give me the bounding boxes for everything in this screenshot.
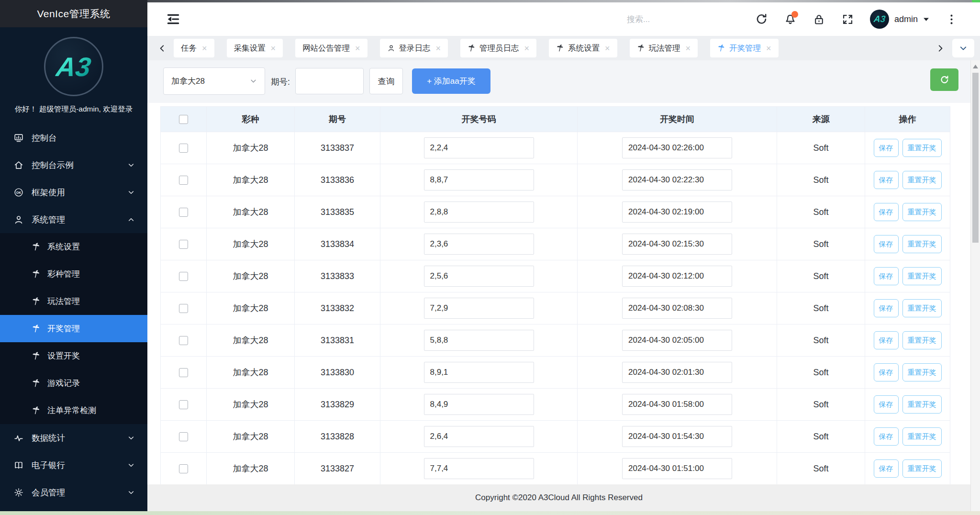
tab[interactable]: 玩法管理 × xyxy=(630,39,698,57)
reset-draw-button[interactable]: 重置开奖 xyxy=(902,331,942,349)
tab-close-icon[interactable]: × xyxy=(202,44,207,53)
row-checkbox[interactable] xyxy=(179,400,188,409)
row-checkbox[interactable] xyxy=(179,272,188,281)
tab-close-icon[interactable]: × xyxy=(605,44,610,53)
scrollbar-up-arrow-icon[interactable] xyxy=(973,65,978,68)
draw-numbers-input[interactable] xyxy=(424,298,534,319)
row-checkbox[interactable] xyxy=(179,240,188,249)
draw-numbers-input[interactable] xyxy=(424,169,534,190)
sidebar-menu-item[interactable]: 电子银行 xyxy=(0,451,147,479)
refresh-icon[interactable] xyxy=(755,13,768,26)
draw-time-input[interactable] xyxy=(622,330,732,351)
save-button[interactable]: 保存 xyxy=(874,427,899,446)
sidebar-submenu-item[interactable]: 玩法管理 xyxy=(0,288,147,315)
draw-numbers-input[interactable] xyxy=(424,234,534,255)
select-all-checkbox[interactable] xyxy=(179,115,188,124)
tab-close-icon[interactable]: × xyxy=(355,44,360,53)
row-checkbox[interactable] xyxy=(179,464,188,473)
search-input[interactable] xyxy=(626,12,724,27)
draw-numbers-input[interactable] xyxy=(424,330,534,351)
tab[interactable]: 系统设置 × xyxy=(549,39,617,57)
add-draw-button[interactable]: + 添加aa开奖 xyxy=(412,68,490,94)
period-input[interactable] xyxy=(295,68,364,94)
draw-numbers-input[interactable] xyxy=(424,458,534,479)
tab-close-icon[interactable]: × xyxy=(436,44,441,53)
sidebar-menu-item[interactable]: 系统管理 xyxy=(0,206,147,233)
draw-time-input[interactable] xyxy=(622,137,732,158)
tab[interactable]: 网站公告管理 × xyxy=(295,39,368,57)
reset-draw-button[interactable]: 重置开奖 xyxy=(902,203,942,221)
save-button[interactable]: 保存 xyxy=(874,363,899,381)
reset-draw-button[interactable]: 重置开奖 xyxy=(902,299,942,317)
draw-numbers-input[interactable] xyxy=(424,362,534,383)
reset-draw-button[interactable]: 重置开奖 xyxy=(902,139,942,157)
draw-numbers-input[interactable] xyxy=(424,137,534,158)
tab[interactable]: 开奖管理 × xyxy=(710,39,779,57)
reset-draw-button[interactable]: 重置开奖 xyxy=(902,171,942,189)
reset-draw-button[interactable]: 重置开奖 xyxy=(902,395,942,414)
draw-time-input[interactable] xyxy=(622,394,732,415)
tab-close-icon[interactable]: × xyxy=(524,44,530,53)
sidebar-menu-item[interactable]: 会员管理 xyxy=(0,479,147,506)
row-checkbox[interactable] xyxy=(179,208,188,217)
tabs-scroll-left-icon[interactable] xyxy=(158,44,167,53)
more-options-icon[interactable] xyxy=(945,13,958,26)
tabs-dropdown-button[interactable] xyxy=(952,39,974,57)
tabs-scroll-right-icon[interactable] xyxy=(936,44,945,53)
draw-time-input[interactable] xyxy=(622,202,732,223)
tab[interactable]: 任务 × xyxy=(174,39,214,57)
sidebar-submenu-item[interactable]: 游戏记录 xyxy=(0,369,147,397)
scrollbar-thumb[interactable] xyxy=(972,73,979,243)
draw-time-input[interactable] xyxy=(622,458,732,479)
draw-numbers-input[interactable] xyxy=(424,266,534,287)
row-checkbox[interactable] xyxy=(179,304,188,313)
tab[interactable]: 管理员日志 × xyxy=(460,39,536,57)
draw-time-input[interactable] xyxy=(622,169,732,190)
vertical-scrollbar[interactable] xyxy=(970,60,980,511)
row-checkbox[interactable] xyxy=(179,368,188,377)
row-checkbox[interactable] xyxy=(179,176,188,185)
tab[interactable]: 登录日志 × xyxy=(380,39,448,57)
draw-numbers-input[interactable] xyxy=(424,202,534,223)
reset-draw-button[interactable]: 重置开奖 xyxy=(902,427,942,446)
lottery-type-select[interactable]: 加拿大28 xyxy=(163,67,265,95)
reset-draw-button[interactable]: 重置开奖 xyxy=(902,267,942,285)
table-refresh-button[interactable] xyxy=(930,68,958,91)
row-checkbox[interactable] xyxy=(179,336,188,345)
draw-time-input[interactable] xyxy=(622,362,732,383)
save-button[interactable]: 保存 xyxy=(874,331,899,349)
lock-icon[interactable] xyxy=(813,13,825,26)
notification-bell-icon[interactable] xyxy=(784,13,797,26)
save-button[interactable]: 保存 xyxy=(874,459,899,478)
sidebar-menu-item[interactable]: OK 框架使用 xyxy=(0,179,147,206)
sidebar-submenu-item[interactable]: 设置开奖 xyxy=(0,342,147,369)
save-button[interactable]: 保存 xyxy=(874,139,899,157)
draw-time-input[interactable] xyxy=(622,266,732,287)
sidebar-menu-item[interactable]: 控制台 xyxy=(0,124,147,151)
draw-numbers-input[interactable] xyxy=(424,394,534,415)
tab[interactable]: 采集设置 × xyxy=(227,39,283,57)
tab-close-icon[interactable]: × xyxy=(766,44,771,53)
row-checkbox[interactable] xyxy=(179,144,188,153)
draw-numbers-input[interactable] xyxy=(424,426,534,447)
query-button[interactable]: 查询 xyxy=(369,68,403,94)
draw-time-input[interactable] xyxy=(622,298,732,319)
draw-time-input[interactable] xyxy=(622,426,732,447)
row-checkbox[interactable] xyxy=(179,432,188,441)
draw-time-input[interactable] xyxy=(622,234,732,255)
save-button[interactable]: 保存 xyxy=(874,299,899,317)
sidebar-menu-item[interactable]: 数据统计 xyxy=(0,424,147,451)
save-button[interactable]: 保存 xyxy=(874,235,899,253)
sidebar-submenu-item[interactable]: 彩种管理 xyxy=(0,260,147,288)
sidebar-collapse-icon[interactable] xyxy=(166,11,181,27)
user-menu[interactable]: A3 admin xyxy=(870,10,929,29)
tab-close-icon[interactable]: × xyxy=(271,44,276,53)
reset-draw-button[interactable]: 重置开奖 xyxy=(902,459,942,478)
save-button[interactable]: 保存 xyxy=(874,395,899,414)
save-button[interactable]: 保存 xyxy=(874,267,899,285)
sidebar-menu-item[interactable]: 控制台示例 xyxy=(0,151,147,179)
reset-draw-button[interactable]: 重置开奖 xyxy=(902,235,942,253)
sidebar-submenu-item[interactable]: 开奖管理 xyxy=(0,315,147,342)
tab-close-icon[interactable]: × xyxy=(686,44,691,53)
save-button[interactable]: 保存 xyxy=(874,171,899,189)
